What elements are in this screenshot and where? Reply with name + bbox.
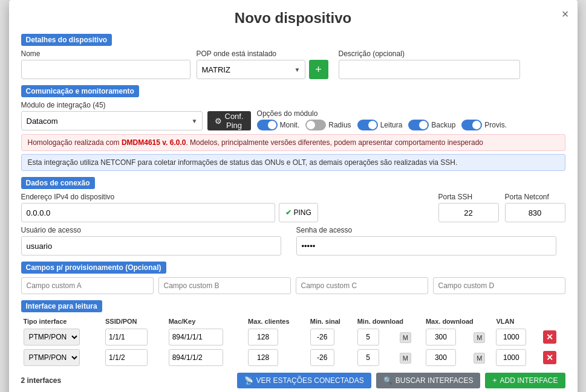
station-icon: 📡 xyxy=(244,376,253,385)
col-max-download: Max. download xyxy=(423,316,493,327)
interface-table: Tipo interface SSID/PON Mac/Key Max. cli… xyxy=(21,316,565,368)
ssh-port-input[interactable] xyxy=(438,203,499,222)
ssid-input-1[interactable] xyxy=(105,349,148,366)
min-sinal-input-0[interactable] xyxy=(310,329,334,345)
description-label: Descrição (opcional) xyxy=(339,50,565,58)
footer-actions: 📡 VER ESTAÇÕES CONECTADAS 🔍 BUSCAR INTER… xyxy=(237,373,565,388)
provis-toggle[interactable] xyxy=(461,120,482,130)
connection-header: Dados de conexão xyxy=(21,177,95,189)
ping-button[interactable]: ✔ PING xyxy=(279,203,318,222)
ipv4-label: Endereço IPv4 do dispositivo xyxy=(21,193,432,201)
connection-section: Dados de conexão Endereço IPv4 do dispos… xyxy=(21,177,565,255)
vlan-input-0[interactable] xyxy=(496,329,526,345)
netconf-port-input[interactable] xyxy=(505,203,565,222)
col-tipo: Tipo interface xyxy=(21,316,103,327)
min-download-input-0[interactable] xyxy=(357,329,379,345)
backup-label: Backup xyxy=(431,121,455,129)
leitura-toggle[interactable] xyxy=(357,120,378,130)
ssh-port-label: Porta SSH xyxy=(438,193,499,201)
delete-row-button-1[interactable]: ✕ xyxy=(543,351,556,364)
user-input[interactable] xyxy=(21,236,281,255)
custom-field-b[interactable] xyxy=(158,277,291,294)
ver-estacoes-button[interactable]: 📡 VER ESTAÇÕES CONECTADAS xyxy=(237,373,371,388)
device-details-header: Detalhes do dispositivo xyxy=(21,34,112,46)
mac-input-1[interactable] xyxy=(169,349,223,366)
nome-input[interactable] xyxy=(21,60,190,79)
connection-row1: Endereço IPv4 do dispositivo ✔ PING Port… xyxy=(21,193,565,222)
ping-label: PING xyxy=(294,208,311,217)
backup-toggle[interactable] xyxy=(408,120,429,130)
radius-toggle[interactable] xyxy=(305,120,326,130)
highlight-version: DMDM4615 v. 6.0.0 xyxy=(122,138,186,147)
nome-group: Nome xyxy=(21,50,190,79)
device-details-row: Nome POP onde está instalado MATRIZ ▼ + … xyxy=(21,50,565,79)
alert-netconf: Esta integração utiliza NETCONF para col… xyxy=(21,154,565,171)
module-select-wrapper: Datacom ▼ xyxy=(21,111,203,130)
add-interface-button[interactable]: + ADD INTERFACE xyxy=(485,373,565,388)
password-input[interactable] xyxy=(296,236,556,255)
max-download-input-1[interactable] xyxy=(426,349,456,366)
buscar-label: BUSCAR INTERFACES xyxy=(396,376,474,385)
radius-toggle-group: Radius xyxy=(305,120,351,130)
connection-row2: Usuário de acesso Senha de acesso xyxy=(21,226,565,255)
mac-input-0[interactable] xyxy=(169,329,223,345)
col-min-sinal: Min. sinal xyxy=(308,316,355,327)
col-max-clients: Max. clientes xyxy=(246,316,308,327)
tipo-select-0[interactable]: PTMP/PON xyxy=(24,329,80,345)
col-mac: Mac/Key xyxy=(166,316,246,327)
close-button[interactable]: × xyxy=(562,7,569,21)
ping-check-icon: ✔ xyxy=(285,208,291,217)
backup-toggle-group: Backup xyxy=(408,120,455,130)
min-sinal-input-1[interactable] xyxy=(310,349,334,366)
max-download-unit-0: M xyxy=(474,332,485,343)
conf-ping-button[interactable]: ⚙ Conf. Ping xyxy=(207,111,251,130)
custom-field-c[interactable] xyxy=(296,277,428,294)
custom-fields-header: Campos p/ provisionamento (Opcional) xyxy=(21,262,166,274)
ipv4-group: Endereço IPv4 do dispositivo ✔ PING xyxy=(21,193,432,222)
description-input[interactable] xyxy=(339,60,520,79)
max-download-unit-1: M xyxy=(474,353,485,364)
table-row: PTMP/PON M M ✕ xyxy=(21,347,565,368)
netconf-port-group: Porta Netconf xyxy=(505,193,565,222)
options-label: Opções do módulo xyxy=(257,109,565,118)
user-label: Usuário de acesso xyxy=(21,226,290,234)
leitura-toggle-group: Leitura xyxy=(357,120,403,130)
modal-title: Novo dispositivo xyxy=(21,10,565,27)
search-icon: 🔍 xyxy=(383,376,392,385)
monit-toggle-group: Monit. xyxy=(257,120,300,130)
ipv4-input[interactable] xyxy=(21,203,275,222)
delete-row-button-0[interactable]: ✕ xyxy=(543,330,556,344)
module-group: Módulo de integração (45) Datacom ▼ ⚙ Co… xyxy=(21,101,251,130)
module-options: Monit. Radius Leitura xyxy=(257,120,565,130)
radius-label: Radius xyxy=(328,121,351,129)
col-min-download: Min. download xyxy=(355,316,423,327)
password-group: Senha de acesso xyxy=(296,226,565,255)
add-interface-label: ADD INTERFACE xyxy=(500,376,558,385)
buscar-interfaces-button[interactable]: 🔍 BUSCAR INTERFACES xyxy=(376,373,481,388)
novo-dispositivo-modal: × Novo dispositivo Detalhes do dispositi… xyxy=(9,0,578,392)
col-ssid: SSID/PON xyxy=(103,316,166,327)
add-pop-button[interactable]: + xyxy=(309,60,328,79)
pop-select-wrapper: MATRIZ ▼ xyxy=(197,60,305,79)
col-delete xyxy=(541,316,565,327)
vlan-input-1[interactable] xyxy=(496,349,526,366)
interfaces-count: 2 interfaces xyxy=(21,376,62,385)
max-clients-input-1[interactable] xyxy=(248,349,278,366)
module-label: Módulo de integração (45) xyxy=(21,101,251,109)
custom-field-d[interactable] xyxy=(433,277,565,294)
ssh-port-group: Porta SSH xyxy=(438,193,499,222)
min-download-input-1[interactable] xyxy=(357,349,379,366)
user-group: Usuário de acesso xyxy=(21,226,290,255)
ssid-input-0[interactable] xyxy=(105,329,148,345)
module-select[interactable]: Datacom xyxy=(21,111,203,130)
monit-toggle[interactable] xyxy=(257,120,278,130)
communication-section: Comunicação e monitoramento Módulo de in… xyxy=(21,85,565,171)
max-clients-input-0[interactable] xyxy=(248,329,278,345)
custom-field-a[interactable] xyxy=(21,277,154,294)
communication-row: Módulo de integração (45) Datacom ▼ ⚙ Co… xyxy=(21,101,565,130)
password-label: Senha de acesso xyxy=(296,226,565,234)
tipo-select-1[interactable]: PTMP/PON xyxy=(24,349,80,366)
pop-select[interactable]: MATRIZ xyxy=(197,60,305,79)
table-row: PTMP/PON M M ✕ xyxy=(21,327,565,347)
max-download-input-0[interactable] xyxy=(426,329,456,345)
